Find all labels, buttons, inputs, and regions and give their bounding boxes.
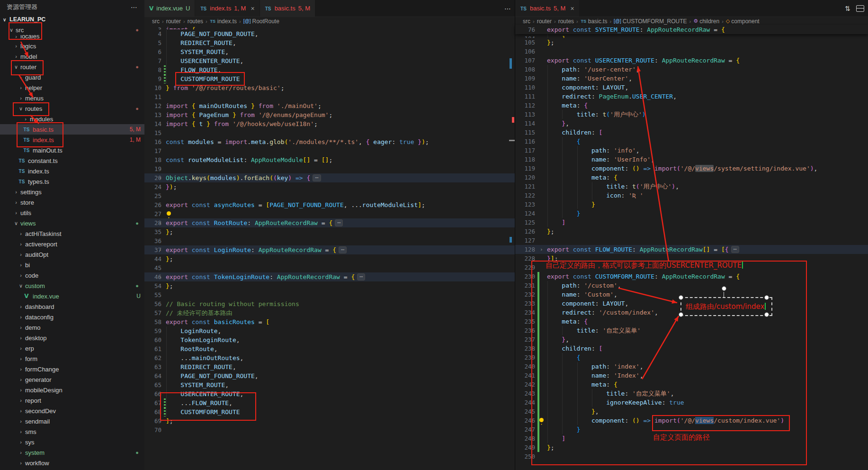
sidebar-item-custom[interactable]: ∨custom● <box>0 280 144 291</box>
code-line-26[interactable]: 26export const asyncRoutes = [PAGE_NOT_F… <box>144 200 515 209</box>
code-line-76[interactable]: 76export const SYSTEM_ROUTE: AppRouteRec… <box>515 25 868 34</box>
code-line-228[interactable]: 228}]; <box>515 254 868 263</box>
tab-basic-ts[interactable]: TSbasic.ts 5, M <box>260 0 315 17</box>
sidebar-item-report[interactable]: ›report <box>0 395 144 406</box>
sidebar-item-src[interactable]: ∨src● <box>0 25 144 35</box>
code-line-54[interactable]: 54}; <box>144 281 515 290</box>
code-line-57[interactable]: 57// 未经许可的基本路由 <box>144 308 515 317</box>
code-line-66[interactable]: 66 USERCENTER_ROUTE, <box>144 389 515 398</box>
code-line-125[interactable]: 125 ] <box>515 218 868 227</box>
code-line-242[interactable]: 242 meta: { <box>515 380 868 389</box>
sidebar-item-mobileDesign[interactable]: ›mobileDesign <box>0 385 144 395</box>
code-line-233[interactable]: 233 component: LAYOUT, <box>515 299 868 308</box>
code-line-55[interactable]: 55 <box>144 290 515 299</box>
compare-changes-icon[interactable]: ⇅ <box>845 5 850 12</box>
code-line-7[interactable]: 7 USERCENTER_ROUTE, <box>144 56 515 65</box>
sidebar-item-types-ts[interactable]: TStypes.ts <box>0 176 144 187</box>
more-actions-icon[interactable]: ⋯ <box>504 5 511 12</box>
code-line-27[interactable]: 27 <box>144 209 515 218</box>
code-line-56[interactable]: 56// Basic routing without permissions <box>144 299 515 308</box>
breadcrumb-item[interactable]: CUSTOMFORM_ROUTE <box>623 18 687 25</box>
code-line-229[interactable]: 229 <box>515 263 868 272</box>
code-line-46[interactable]: 46›export const TokenLoginRoute: AppRout… <box>144 272 515 281</box>
sidebar-item-desktop[interactable]: ›desktop <box>0 333 144 343</box>
code-line-243[interactable]: 243 title: '自定义菜单', <box>515 389 868 398</box>
sidebar-item-dataconfig[interactable]: ›dataconfig <box>0 312 144 322</box>
code-line-58[interactable]: 58export const basicRoutes = [ <box>144 317 515 326</box>
code-line-119[interactable]: 119 component: () => import('/@/views/sy… <box>515 164 868 173</box>
breadcrumb-item[interactable]: src <box>152 18 160 25</box>
code-line-124[interactable]: 124 } <box>515 209 868 218</box>
code-line-28[interactable]: 28›export const RootRoute: AppRouteRecor… <box>144 218 515 227</box>
sidebar-item-mainOut-ts[interactable]: TSmainOut.ts <box>0 145 144 155</box>
code-line-238[interactable]: 238 children: [ <box>515 344 868 353</box>
sidebar-item-modules[interactable]: ›modules <box>0 114 144 124</box>
breadcrumb-item[interactable]: component <box>731 18 759 25</box>
code-line-113[interactable]: 113 title: t('用户中心') <box>515 110 868 119</box>
breadcrumb-item[interactable]: router <box>166 18 181 25</box>
code-line-106[interactable]: 106 <box>515 47 868 56</box>
sidebar-item-secondDev[interactable]: ›secondDev <box>0 406 144 416</box>
sidebar-item-form[interactable]: ›form <box>0 353 144 364</box>
tab-index-ts[interactable]: TSindex.ts 1, M× <box>195 0 260 17</box>
code-line-44[interactable]: 44}; <box>144 254 515 263</box>
code-line-25[interactable]: 25 <box>144 191 515 200</box>
sidebar-item-activereport[interactable]: ›activereport <box>0 239 144 249</box>
sidebar-item-menus[interactable]: ›menus <box>0 93 144 103</box>
code-line-6[interactable]: 6 SYSTEM_ROUTE, <box>144 47 515 56</box>
code-line-37[interactable]: 37›export const LoginRoute: AppRouteReco… <box>144 245 515 254</box>
close-icon[interactable]: × <box>570 5 574 12</box>
code-line-61[interactable]: 61 RootRoute, <box>144 344 515 353</box>
fold-chevron-icon[interactable]: › <box>159 218 162 227</box>
code-line-240[interactable]: 240 path: 'index', <box>515 362 868 371</box>
folded-code-ellipsis[interactable]: ⋯ <box>313 174 321 181</box>
code-line-249[interactable]: 249}; <box>515 443 868 452</box>
code-line-115[interactable]: 115 children: [ <box>515 128 868 137</box>
sidebar-item-demo[interactable]: ›demo <box>0 322 144 333</box>
sidebar-item-sys[interactable]: ›sys <box>0 437 144 447</box>
code-line-236[interactable]: 236 title: '自定义菜单' <box>515 326 868 335</box>
sidebar-item-views[interactable]: ∨views● <box>0 218 144 228</box>
code-line-248[interactable]: 248 ] <box>515 434 868 443</box>
sidebar-item-bi[interactable]: ›bi <box>0 260 144 270</box>
explorer-root-folder[interactable]: ∨ LEARUN_PC <box>0 14 144 25</box>
code-line-126[interactable]: 126}; <box>515 227 868 236</box>
code-line-14[interactable]: 14import { t } from '/@/hooks/web/useI18… <box>144 119 515 128</box>
sidebar-item-locales[interactable]: ›locales <box>0 35 144 41</box>
code-line-18[interactable]: 18const routeModuleList: AppRouteModule[… <box>144 155 515 164</box>
code-line-13[interactable]: 13import { PageEnum } from '/@/enums/pag… <box>144 110 515 119</box>
code-line-234[interactable]: 234 redirect: '/custom/index', <box>515 308 868 317</box>
resize-handle[interactable] <box>679 295 683 300</box>
close-icon[interactable]: × <box>251 5 254 12</box>
code-line-10[interactable]: 10} from '/@/router/routes/basic'; <box>144 83 515 92</box>
code-line-118[interactable]: 118 name: 'UserInfo', <box>515 155 868 164</box>
fold-chevron-icon[interactable]: › <box>159 245 162 254</box>
code-line-70[interactable]: 70 <box>144 425 515 434</box>
code-line-69[interactable]: 69]; <box>144 416 515 425</box>
code-line-116[interactable]: 116 { <box>515 137 868 146</box>
code-line-121[interactable]: 121 title: t('用户中心'), <box>515 182 868 191</box>
code-line-231[interactable]: 231 path: '/custom', <box>515 281 868 290</box>
code-line-3[interactable]: 3import { <box>144 25 515 29</box>
sidebar-item-helper[interactable]: ›helper <box>0 82 144 93</box>
code-line-117[interactable]: 117 path: 'info', <box>515 146 868 155</box>
sidebar-item-erp[interactable]: ›erp <box>0 343 144 353</box>
code-line-235[interactable]: 235 meta: { <box>515 317 868 326</box>
fold-chevron-icon[interactable]: › <box>540 245 543 254</box>
code-line-63[interactable]: 63 REDIRECT_ROUTE, <box>144 362 515 371</box>
code-line-8[interactable]: 8 FLOW_ROUTE, <box>144 65 515 74</box>
code-line-24[interactable]: 24}); <box>144 182 515 191</box>
code-line-247[interactable]: 247 } <box>515 425 868 434</box>
folded-code-ellipsis[interactable]: ⋯ <box>335 219 343 226</box>
code-line-128[interactable]: 128›export const FLOW_ROUTE: AppRouteRec… <box>515 245 868 254</box>
code-line-108[interactable]: 108 path: '/user-center', <box>515 65 868 74</box>
code-line-104[interactable]: 104 ] <box>515 34 868 38</box>
sidebar-item-store[interactable]: ›store <box>0 197 144 208</box>
folded-code-ellipsis[interactable]: ⋯ <box>339 246 347 253</box>
breadcrumb-item[interactable]: src <box>523 18 530 25</box>
breadcrumb-item[interactable]: index.ts <box>217 18 237 25</box>
fold-chevron-icon[interactable]: › <box>159 272 162 281</box>
sidebar-item-settings[interactable]: ›settings <box>0 187 144 197</box>
code-area[interactable]: 76export const SYSTEM_ROUTE: AppRouteRec… <box>515 25 868 461</box>
lightbulb-icon[interactable] <box>167 211 171 216</box>
